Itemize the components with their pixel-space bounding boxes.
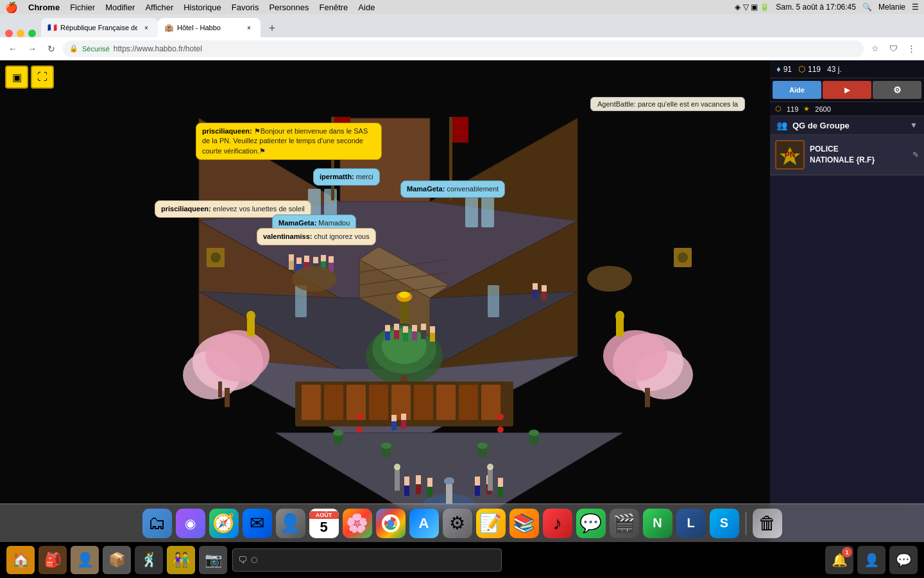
dock-chrome[interactable] xyxy=(376,509,406,538)
group-info: POLICENATIONALE {R.F} xyxy=(810,144,907,166)
toolbar-toggle-btn[interactable]: ▣ xyxy=(5,66,28,89)
tab-close-1[interactable]: × xyxy=(141,22,151,33)
tab-habbo[interactable]: 🏨 Hôtel - Habbo × xyxy=(158,18,261,37)
svg-rect-15 xyxy=(225,388,230,407)
svg-rect-97 xyxy=(475,477,480,486)
toolbar-fullscreen-btn[interactable]: ⛶ xyxy=(31,66,54,89)
group-header-icon: 👥 xyxy=(776,120,787,130)
svg-point-125 xyxy=(497,414,504,420)
dock-appstore[interactable]: A xyxy=(409,509,439,538)
menu-more[interactable]: ☰ xyxy=(912,3,919,12)
avatar-btn[interactable]: 👤 xyxy=(71,546,99,574)
chat-icons-left: 🏠 🎒 👤 📦 🕺 👫 📷 xyxy=(6,546,227,574)
menu-search[interactable]: 🔍 xyxy=(862,3,872,12)
dock-skype[interactable]: S xyxy=(710,509,739,538)
menu-aide[interactable]: Aide xyxy=(358,3,375,12)
svg-rect-87 xyxy=(391,415,397,421)
prefs-icon: ⚙ xyxy=(443,509,472,538)
group-settings-icon[interactable]: ✎ xyxy=(912,150,919,159)
dock-numbers[interactable]: N xyxy=(643,509,672,538)
chat-dropdown-icon[interactable]: 🗨 xyxy=(238,555,247,565)
url-bar[interactable]: 🔒 Sécurisé https://www.habbo.fr/hotel xyxy=(63,40,864,57)
menu-fenetre[interactable]: Fenêtre xyxy=(320,3,348,12)
tab-close-2[interactable]: × xyxy=(244,22,254,33)
credits-icon: ⬡ xyxy=(798,64,805,74)
habbo-icon-btn[interactable]: 🏠 xyxy=(6,546,35,574)
game-area[interactable]: prisciliaqueen: ⚑Bonjour et bienvenue da… xyxy=(0,60,770,548)
svg-rect-59 xyxy=(289,254,294,261)
menu-historique[interactable]: Historique xyxy=(184,3,221,12)
camera-btn[interactable]: 📷 xyxy=(199,546,227,574)
app-name[interactable]: Chrome xyxy=(28,3,60,12)
friends-btn[interactable]: 👫 xyxy=(167,546,195,574)
svg-rect-63 xyxy=(304,256,309,262)
group-dropdown-arrow[interactable]: ▼ xyxy=(910,121,918,130)
dock-safari[interactable]: 🧭 xyxy=(209,509,239,538)
dock-prefs[interactable]: ⚙ xyxy=(443,509,472,538)
chat-user: MamaGeta: xyxy=(407,185,447,193)
catalog-btn[interactable]: 📦 xyxy=(103,546,131,574)
chat-input-wrapper[interactable]: 🗨 ⬡ xyxy=(232,548,502,572)
appstore-icon: A xyxy=(409,509,439,538)
dock-contacts[interactable]: 👤 xyxy=(276,509,305,538)
menu-personnes[interactable]: Personnes xyxy=(269,3,309,12)
menu-fichier[interactable]: Fichier xyxy=(70,3,95,12)
dock-ibooks[interactable]: 📚 xyxy=(509,509,539,538)
inventory-btn[interactable]: 🎒 xyxy=(38,546,67,574)
chat-msg-btn[interactable]: 💬 xyxy=(889,546,918,574)
svg-point-112 xyxy=(381,442,391,449)
svg-rect-26 xyxy=(302,385,321,420)
chat-emoji-btn[interactable]: ⬡ xyxy=(251,556,257,565)
notification-btn[interactable]: 🔔 1 xyxy=(825,546,853,574)
duckets-icon: ★ xyxy=(803,105,810,113)
avatar2-btn[interactable]: 🕺 xyxy=(135,546,163,574)
group-title: QG de Groupe xyxy=(792,121,905,130)
maximize-window-btn[interactable] xyxy=(28,30,36,37)
dock-photos[interactable]: 🌸 xyxy=(343,509,372,538)
chat-input[interactable] xyxy=(261,556,496,565)
chat-icons-right: 🔔 1 👤 💬 xyxy=(825,546,918,574)
dock-libreoffice[interactable]: L xyxy=(676,509,706,538)
svg-rect-91 xyxy=(404,477,409,486)
calendar-day: 5 xyxy=(320,519,327,536)
dock-mail[interactable]: ✉ xyxy=(243,509,272,538)
diamonds-value: 91 xyxy=(783,65,792,74)
address-bar: ← → ↻ 🔒 Sécurisé https://www.habbo.fr/ho… xyxy=(0,37,924,60)
window-controls xyxy=(5,30,36,37)
dock-music[interactable]: ♪ xyxy=(543,509,572,538)
minimize-window-btn[interactable] xyxy=(17,30,24,37)
close-window-btn[interactable] xyxy=(5,30,13,37)
menu-favoris[interactable]: Favoris xyxy=(232,3,259,12)
red-action-button[interactable]: ▶ xyxy=(823,81,871,99)
dock-notes[interactable]: 📝 xyxy=(476,509,506,538)
chat-text: convenablement xyxy=(447,185,499,193)
tab-republique[interactable]: 🇫🇷 République Française de Habl... × xyxy=(41,18,158,37)
dock-messages[interactable]: 💬 xyxy=(576,509,606,538)
menu-afficher[interactable]: Afficher xyxy=(145,3,173,12)
menu-modifier[interactable]: Modifier xyxy=(105,3,135,12)
dock-imovie[interactable]: 🎬 xyxy=(610,509,639,538)
refresh-button[interactable]: ↻ xyxy=(44,41,59,57)
gear-button[interactable]: ⚙ xyxy=(873,81,921,99)
forward-button[interactable]: → xyxy=(24,41,40,57)
chrome-icon xyxy=(376,509,406,538)
extension-1[interactable]: 🛡 xyxy=(886,41,901,57)
svg-point-104 xyxy=(444,477,454,485)
new-tab-button[interactable]: + xyxy=(263,19,281,37)
svg-point-116 xyxy=(529,430,539,436)
friend-request-btn[interactable]: 👤 xyxy=(857,546,886,574)
macos-dock: 🗂 ◉ 🧭 ✉ 👤 AOÛT 5 🌸 xyxy=(0,504,924,542)
dock-siri[interactable]: ◉ xyxy=(176,509,205,538)
svg-point-106 xyxy=(394,464,400,470)
dock-calendar[interactable]: AOÛT 5 xyxy=(309,509,339,538)
svg-rect-16 xyxy=(218,381,222,398)
dock-trash[interactable]: 🗑 xyxy=(753,509,782,538)
svg-rect-33 xyxy=(459,385,478,420)
extension-2[interactable]: ⋮ xyxy=(903,41,919,57)
aide-button[interactable]: Aide xyxy=(773,81,821,99)
bookmark-button[interactable]: ☆ xyxy=(868,41,883,57)
group-panel: 👥 QG de Groupe ▼ PN POLICENATIONALE {R.F… xyxy=(770,116,924,175)
dock-finder[interactable]: 🗂 xyxy=(142,509,172,538)
apple-menu[interactable]: 🍎 xyxy=(5,1,18,13)
back-button[interactable]: ← xyxy=(5,41,21,57)
